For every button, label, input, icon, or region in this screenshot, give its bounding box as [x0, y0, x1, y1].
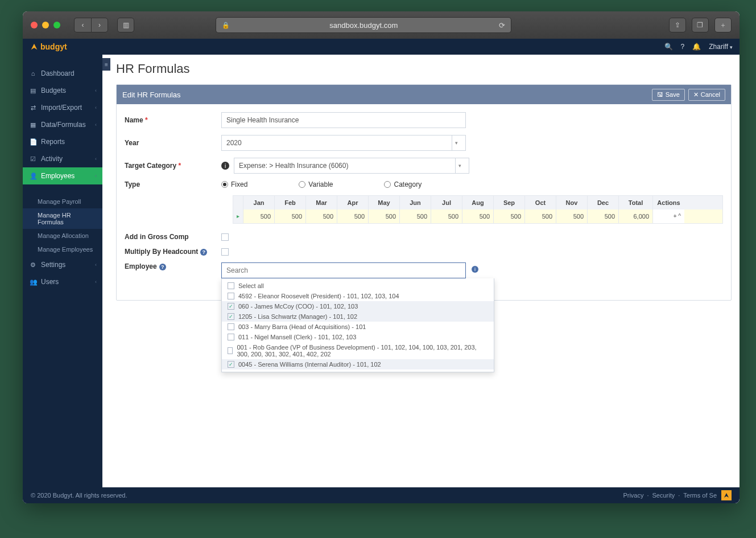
back-button[interactable]: ‹: [74, 18, 91, 32]
sidebar-subnav-employees: Manage PayrollManage HR FormulasManage A…: [23, 195, 102, 256]
sidebar-item-activity[interactable]: ☑Activity‹: [23, 150, 102, 167]
month-cell: 500: [369, 210, 400, 223]
sidebar-item-label: Reports: [41, 138, 65, 146]
chevron-left-icon: ‹: [95, 279, 97, 285]
close-icon: ✕: [693, 91, 699, 98]
employee-option[interactable]: ✓060 - James McCoy (COO) - 101, 102, 103: [222, 301, 494, 311]
employee-option-label: 011 - Nigel Mansell (Clerk) - 101, 102, …: [238, 334, 356, 340]
sidebar-subitem-manage-hr-formulas[interactable]: Manage HR Formulas: [23, 208, 102, 229]
sidebar-subitem-manage-employees[interactable]: Manage Employees: [23, 243, 102, 256]
sidebar-item-data-formulas[interactable]: ▦Data/Formulas‹: [23, 116, 102, 133]
employee-option-label: 001 - Rob Gandee (VP of Business Develop…: [237, 344, 488, 358]
employee-option[interactable]: 003 - Marry Barra (Head of Acquisitions)…: [222, 322, 494, 332]
employee-search-input[interactable]: [221, 262, 466, 278]
new-tab-button[interactable]: ＋: [714, 18, 732, 32]
sidebar-item-budgets[interactable]: ▤Budgets‹: [23, 82, 102, 99]
sidebar-item-reports[interactable]: 📄Reports: [23, 133, 102, 150]
year-label: Year: [125, 139, 221, 147]
home-icon: ⌂: [30, 70, 36, 77]
employee-option[interactable]: 001 - Rob Gandee (VP of Business Develop…: [222, 342, 494, 359]
sidebar-item-label: Budgets: [41, 87, 66, 95]
footer-link[interactable]: Security: [652, 492, 675, 499]
sidebar-subitem-manage-payroll[interactable]: Manage Payroll: [23, 195, 102, 208]
target-category-select[interactable]: Expense: > Health Insurance (6060) ▾: [234, 158, 469, 174]
type-radio-category[interactable]: Category: [384, 180, 422, 188]
checkbox-icon: [228, 293, 234, 299]
search-icon[interactable]: 🔍: [664, 43, 673, 51]
reload-icon[interactable]: ⟳: [499, 21, 505, 30]
name-label: Name: [125, 116, 143, 124]
browser-titlebar: ‹ › ▥ 🔒 sandbox.budgyt.com ⟳ ⇪ ❐ ＋: [23, 11, 740, 39]
month-cell: 500: [588, 210, 619, 223]
nav-back-forward: ‹ ›: [74, 18, 108, 32]
browser-window: ‹ › ▥ 🔒 sandbox.budgyt.com ⟳ ⇪ ❐ ＋ budgy…: [23, 11, 740, 503]
month-cell: 500: [556, 210, 588, 223]
month-cell: 500: [275, 210, 306, 223]
sidebar-item-label: Settings: [41, 261, 65, 269]
info-icon[interactable]: i: [472, 266, 478, 273]
gross-checkbox[interactable]: [221, 233, 229, 241]
sidebar-item-settings[interactable]: ⚙Settings‹: [23, 256, 102, 273]
month-cell: 500: [462, 210, 494, 223]
copyright-text: © 2020 Budgyt. All rights reserved.: [31, 492, 127, 499]
sidebar-item-label: Import/Export: [41, 104, 82, 112]
month-cell: 500: [494, 210, 525, 223]
tabs-button[interactable]: ❐: [692, 18, 709, 32]
sidebar-item-label: Activity: [41, 155, 63, 163]
month-header: Actions: [653, 196, 684, 210]
month-header: Oct: [525, 196, 556, 210]
help-icon[interactable]: ?: [159, 264, 166, 270]
sidebar-item-label: Users: [41, 278, 59, 286]
maximize-window[interactable]: [53, 22, 60, 28]
chevron-left-icon: ‹: [95, 122, 97, 128]
brand-text: budgyt: [40, 42, 67, 51]
brand-logo[interactable]: budgyt: [30, 42, 67, 51]
sidebar: ≡ ⌂Dashboard▤Budgets‹⇄Import/Export‹▦Dat…: [23, 39, 102, 503]
name-input[interactable]: [221, 112, 466, 128]
footer-links: Privacy·Security·Terms of Se: [623, 492, 717, 499]
close-window[interactable]: [31, 22, 38, 28]
type-radio-group: Fixed Variable Category: [221, 180, 422, 188]
employee-option[interactable]: 011 - Nigel Mansell (Clerk) - 101, 102, …: [222, 332, 494, 342]
sidebar-item-employees[interactable]: 👤Employees‹: [23, 167, 102, 184]
year-select[interactable]: 2020 ▾: [221, 135, 466, 151]
share-button[interactable]: ⇪: [669, 18, 686, 32]
user-icon: 👤: [30, 173, 36, 180]
address-bar[interactable]: 🔒 sandbox.budgyt.com ⟳: [216, 17, 511, 33]
type-radio-fixed[interactable]: Fixed: [221, 180, 247, 188]
help-icon[interactable]: ?: [200, 249, 207, 256]
sidebar-item-import-export[interactable]: ⇄Import/Export‹: [23, 99, 102, 116]
month-cell: 500: [431, 210, 462, 223]
bell-icon[interactable]: 🔔: [692, 43, 701, 51]
cancel-button[interactable]: ✕Cancel: [688, 89, 725, 101]
footer-badge[interactable]: [721, 490, 732, 500]
employee-option[interactable]: ✓1205 - Lisa Schwartz (Manager) - 101, 1…: [222, 311, 494, 322]
sidebar-nav: ⌂Dashboard▤Budgets‹⇄Import/Export‹▦Data/…: [23, 65, 102, 290]
save-button[interactable]: 🖫Save: [652, 89, 685, 101]
headcount-checkbox[interactable]: [221, 248, 229, 256]
sidebar-toggle-button[interactable]: ▥: [117, 18, 134, 32]
sidebar-subitem-manage-allocation[interactable]: Manage Allocation: [23, 229, 102, 243]
employee-option-label: 4592 - Eleanor Roosevelt (President) - 1…: [238, 293, 399, 299]
footer-link[interactable]: Privacy: [623, 492, 643, 499]
sidebar-item-users[interactable]: 👥Users‹: [23, 273, 102, 290]
help-icon[interactable]: ?: [681, 43, 685, 51]
sidebar-item-dashboard[interactable]: ⌂Dashboard: [23, 65, 102, 82]
info-icon[interactable]: i: [221, 162, 229, 170]
employee-option[interactable]: 4592 - Eleanor Roosevelt (President) - 1…: [222, 291, 494, 301]
month-cell: 500: [525, 210, 556, 223]
footer-link[interactable]: Terms of Se: [683, 492, 717, 499]
type-radio-variable[interactable]: Variable: [299, 180, 333, 188]
user-menu[interactable]: Zhariff▾: [709, 43, 733, 51]
forward-button[interactable]: ›: [91, 18, 108, 32]
minimize-window[interactable]: [42, 22, 49, 28]
month-cell: 500: [306, 210, 337, 223]
edit-panel: Edit HR Formulas 🖫Save ✕Cancel Name * Ye…: [116, 84, 732, 301]
employee-option[interactable]: ✓0045 - Serena Williams (Internal Audito…: [222, 359, 494, 369]
month-cell[interactable]: + ^: [653, 210, 684, 223]
chevron-left-icon: ‹: [95, 156, 97, 162]
select-all-option[interactable]: Select all: [222, 281, 494, 291]
employee-option-label: 1205 - Lisa Schwartz (Manager) - 101, 10…: [238, 313, 357, 320]
row-expand-toggle[interactable]: ▸: [233, 210, 243, 223]
bars-icon: ▤: [30, 87, 36, 95]
